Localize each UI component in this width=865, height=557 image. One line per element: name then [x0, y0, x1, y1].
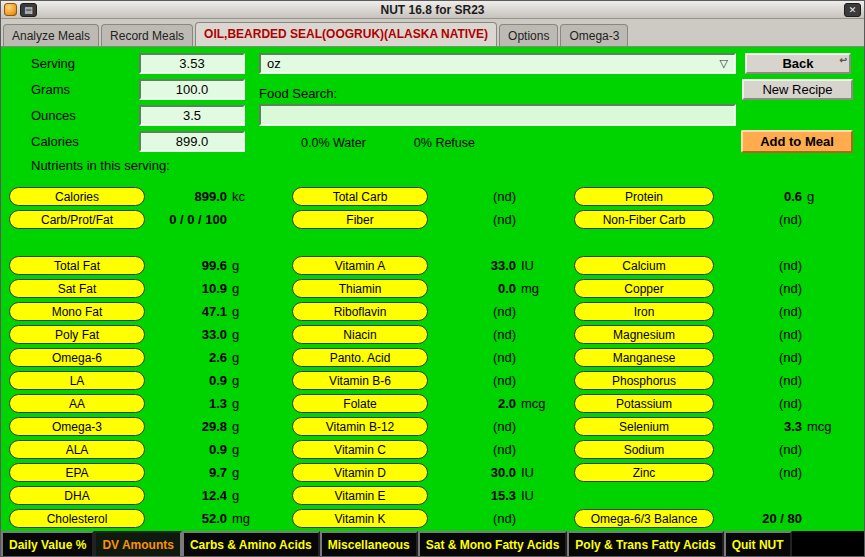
nutrient-value: (nd): [714, 350, 802, 365]
nutrient-button-total-fat[interactable]: Total Fat: [9, 256, 145, 275]
nutrient-button-ala[interactable]: ALA: [9, 440, 145, 459]
nutrient-button-total-carb[interactable]: Total Carb: [292, 187, 428, 206]
nutrient-row: Sodium(nd): [574, 438, 860, 461]
nutrient-button-poly-fat[interactable]: Poly Fat: [9, 325, 145, 344]
nutrient-button-omega-6-3-balance[interactable]: Omega-6/3 Balance: [574, 509, 714, 528]
bottom-tab-bar: Daily Value %DV AmountsCarbs & Amino Aci…: [1, 531, 864, 557]
nutrient-value: 3.3: [714, 419, 802, 434]
new-recipe-button[interactable]: New Recipe: [742, 79, 853, 100]
nutrient-row: Carb/Prot/Fat0 / 0 / 100: [9, 208, 285, 231]
nutrient-value: (nd): [714, 373, 802, 388]
nutrient-value: (nd): [714, 442, 802, 457]
bottom-tab-daily-value[interactable]: Daily Value %: [1, 531, 94, 557]
nutrient-button-vitamin-e[interactable]: Vitamin E: [292, 486, 428, 505]
ounces-input[interactable]: [139, 105, 245, 126]
nutrient-value: 15.3: [428, 488, 516, 503]
nutrient-row: Phosphorus(nd): [574, 369, 860, 392]
nutrient-button-copper[interactable]: Copper: [574, 279, 714, 298]
bottom-tab-dv-amounts[interactable]: DV Amounts: [94, 531, 182, 557]
nutrient-button-manganese[interactable]: Manganese: [574, 348, 714, 367]
nutrient-button-sodium[interactable]: Sodium: [574, 440, 714, 459]
nutrient-button-selenium[interactable]: Selenium: [574, 417, 714, 436]
tab-omega-3[interactable]: Omega-3: [560, 24, 628, 46]
nutrient-value: (nd): [428, 189, 516, 204]
tab-analyze-meals[interactable]: Analyze Meals: [3, 24, 99, 46]
close-icon[interactable]: ✕: [844, 3, 861, 17]
nutrient-row: LA0.9g: [9, 369, 285, 392]
nutrient-button-la[interactable]: LA: [9, 371, 145, 390]
nutrient-button-sat-fat[interactable]: Sat Fat: [9, 279, 145, 298]
serving-unit-select[interactable]: oz ▽: [259, 53, 736, 74]
tab-oil-bearded-seal-oogruk-alaska-native[interactable]: OIL,BEARDED SEAL(OOGRUK)(ALASKA NATIVE): [195, 22, 497, 46]
nutrient-button-dha[interactable]: DHA: [9, 486, 145, 505]
nutrient-button-vitamin-d[interactable]: Vitamin D: [292, 463, 428, 482]
nutrient-column-1: Calories899.0kcCarb/Prot/Fat0 / 0 / 100T…: [9, 185, 285, 530]
back-label: Back: [782, 56, 813, 71]
nutrient-button-omega-6[interactable]: Omega-6: [9, 348, 145, 367]
nutrient-row: ALA0.9g: [9, 438, 285, 461]
nutrient-row: Zinc(nd): [574, 461, 860, 484]
nutrient-row: Magnesium(nd): [574, 323, 860, 346]
nutrient-row: Poly Fat33.0g: [9, 323, 285, 346]
nutrient-unit: g: [232, 419, 239, 434]
calories-input[interactable]: [139, 131, 245, 152]
nutrient-value: 47.1: [145, 304, 227, 319]
nutrient-button-omega-3[interactable]: Omega-3: [9, 417, 145, 436]
nutrient-row: Panto. Acid(nd): [292, 346, 564, 369]
food-search-input[interactable]: [259, 104, 736, 126]
nutrient-button-aa[interactable]: AA: [9, 394, 145, 413]
nutrient-row: Protein0.6g: [574, 185, 860, 208]
add-to-meal-button[interactable]: Add to Meal: [741, 130, 853, 153]
back-button[interactable]: Back ↩: [745, 53, 851, 74]
nutrient-button-vitamin-c[interactable]: Vitamin C: [292, 440, 428, 459]
nutrient-button-calcium[interactable]: Calcium: [574, 256, 714, 275]
nutrient-button-potassium[interactable]: Potassium: [574, 394, 714, 413]
serving-input[interactable]: [139, 53, 245, 74]
grams-input[interactable]: [139, 79, 245, 100]
bottom-tab-poly-trans-fatty-acids[interactable]: Poly & Trans Fatty Acids: [567, 531, 723, 557]
nutrient-button-fiber[interactable]: Fiber: [292, 210, 428, 229]
tab-record-meals[interactable]: Record Meals: [101, 24, 193, 46]
bottom-tab-miscellaneous[interactable]: Miscellaneous: [320, 531, 418, 557]
nutrient-unit: mcg: [807, 419, 832, 434]
nutrient-value: (nd): [714, 281, 802, 296]
nutrient-button-vitamin-b-12[interactable]: Vitamin B-12: [292, 417, 428, 436]
nutrient-button-magnesium[interactable]: Magnesium: [574, 325, 714, 344]
nutrient-value: (nd): [428, 419, 516, 434]
nutrient-button-epa[interactable]: EPA: [9, 463, 145, 482]
nutrient-button-protein[interactable]: Protein: [574, 187, 714, 206]
nutrient-button-iron[interactable]: Iron: [574, 302, 714, 321]
nutrient-button-phosphorus[interactable]: Phosphorus: [574, 371, 714, 390]
nutrient-button-thiamin[interactable]: Thiamin: [292, 279, 428, 298]
back-arrow-icon: ↩: [839, 55, 847, 65]
tab-options[interactable]: Options: [499, 24, 558, 46]
nutrient-button-cholesterol[interactable]: Cholesterol: [9, 509, 145, 528]
nutrient-button-panto-acid[interactable]: Panto. Acid: [292, 348, 428, 367]
nutrient-unit: g: [232, 258, 239, 273]
bottom-tab-sat-mono-fatty-acids[interactable]: Sat & Mono Fatty Acids: [418, 531, 568, 557]
window-menu-button[interactable]: ▤: [20, 3, 37, 17]
nutrient-button-vitamin-b-6[interactable]: Vitamin B-6: [292, 371, 428, 390]
nutrient-button-folate[interactable]: Folate: [292, 394, 428, 413]
nutrient-row: Folate2.0mcg: [292, 392, 564, 415]
nutrient-unit: g: [232, 350, 239, 365]
nutrient-button-riboflavin[interactable]: Riboflavin: [292, 302, 428, 321]
nutrient-button-vitamin-k[interactable]: Vitamin K: [292, 509, 428, 528]
nutrient-button-vitamin-a[interactable]: Vitamin A: [292, 256, 428, 275]
bottom-tab-quit-nut[interactable]: Quit NUT: [724, 531, 792, 557]
nutrient-button-calories[interactable]: Calories: [9, 187, 145, 206]
nutrient-value: 0.6: [714, 189, 802, 204]
chevron-down-icon: ▽: [720, 57, 728, 70]
nutrient-value: (nd): [428, 511, 516, 526]
nutrient-value: 30.0: [428, 465, 516, 480]
nutrient-button-mono-fat[interactable]: Mono Fat: [9, 302, 145, 321]
nutrient-row: [9, 231, 285, 254]
nutrient-unit: g: [232, 373, 239, 388]
nutrient-button-zinc[interactable]: Zinc: [574, 463, 714, 482]
bottom-tab-carbs-amino-acids[interactable]: Carbs & Amino Acids: [182, 531, 320, 557]
nutrient-button-non-fiber-carb[interactable]: Non-Fiber Carb: [574, 210, 714, 229]
nutrient-value: (nd): [714, 258, 802, 273]
nutrient-row: EPA9.7g: [9, 461, 285, 484]
nutrient-button-carb-prot-fat[interactable]: Carb/Prot/Fat: [9, 210, 145, 229]
nutrient-button-niacin[interactable]: Niacin: [292, 325, 428, 344]
